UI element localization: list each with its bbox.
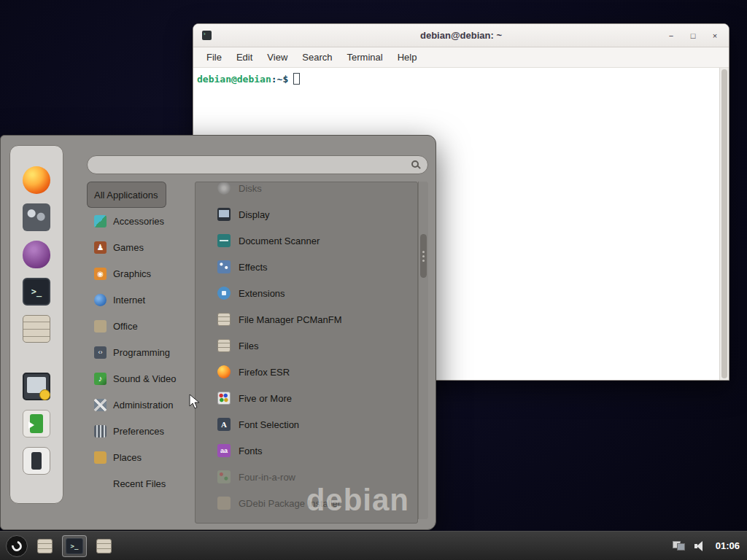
places-icon xyxy=(94,451,107,464)
category-label: Games xyxy=(113,242,144,253)
window-title: debian@debian: ~ xyxy=(193,30,729,41)
category-label: Programming xyxy=(113,347,170,358)
category-label: Graphics xyxy=(113,268,151,279)
category-places[interactable]: Places xyxy=(87,444,150,470)
effects-icon xyxy=(217,260,231,273)
category-games[interactable]: Games xyxy=(87,234,152,260)
volume-icon[interactable] xyxy=(694,541,706,551)
app-four-in-a-row[interactable]: Four-in-a-row xyxy=(196,464,417,490)
terminal-cursor xyxy=(293,73,300,85)
app-label: Extensions xyxy=(239,288,285,299)
scanner-icon xyxy=(217,234,231,247)
terminal-scrollbar[interactable] xyxy=(719,68,729,380)
application-list: Disks Display Document Scanner Effects E… xyxy=(195,182,418,524)
display-icon xyxy=(217,208,231,221)
app-five-or-more[interactable]: Five or More xyxy=(196,385,417,411)
app-font-selection[interactable]: Font Selection xyxy=(196,411,417,438)
favorites-panel xyxy=(9,145,63,504)
category-office[interactable]: Office xyxy=(87,313,147,339)
menu-scrollbar-thumb[interactable] xyxy=(420,234,427,278)
menu-help[interactable]: Help xyxy=(390,49,425,66)
minimize-button[interactable]: − xyxy=(666,31,676,40)
app-display[interactable]: Display xyxy=(196,201,417,228)
network-icon[interactable] xyxy=(673,541,685,551)
menu-scrollbar[interactable] xyxy=(418,182,428,519)
app-extensions[interactable]: Extensions xyxy=(196,280,417,306)
app-disks[interactable]: Disks xyxy=(196,182,417,201)
category-label: Recent Files xyxy=(113,478,166,489)
app-fonts[interactable]: Fonts xyxy=(196,438,417,464)
firefox-icon xyxy=(217,365,231,378)
desktop: debian@debian: ~ − □ × File Edit View Se… xyxy=(0,0,747,560)
favorite-logout-icon[interactable] xyxy=(23,410,50,438)
favorite-users-icon[interactable] xyxy=(23,203,50,231)
menu-file[interactable]: File xyxy=(199,49,229,66)
app-gdebi[interactable]: GDebi Package Installer xyxy=(196,490,417,516)
app-label: Five or More xyxy=(239,393,292,404)
office-icon xyxy=(94,320,107,332)
app-files[interactable]: Files xyxy=(196,332,417,359)
app-label: Effects xyxy=(239,262,268,273)
clock[interactable]: 01:06 xyxy=(716,540,740,551)
programming-icon xyxy=(94,346,107,359)
system-tray: 01:06 xyxy=(673,540,740,551)
extensions-icon xyxy=(217,287,231,300)
menu-edit[interactable]: Edit xyxy=(229,49,260,66)
pcmanfm-icon xyxy=(217,313,231,326)
app-label: Firefox ESR xyxy=(239,367,290,378)
terminal-titlebar[interactable]: debian@debian: ~ − □ × xyxy=(193,24,729,47)
category-all-applications[interactable]: All Applications xyxy=(87,182,166,208)
terminal-icon xyxy=(66,538,83,554)
favorite-shutdown-icon[interactable] xyxy=(23,447,50,475)
category-administration[interactable]: Administration xyxy=(87,392,182,418)
app-document-scanner[interactable]: Document Scanner xyxy=(196,228,417,254)
prompt-user-host: debian@debian xyxy=(197,74,271,85)
category-list: All Applications Accessories Games Graph… xyxy=(87,182,196,497)
files-icon xyxy=(217,339,231,352)
category-preferences[interactable]: Preferences xyxy=(87,418,173,444)
category-label: All Applications xyxy=(94,190,158,201)
administration-icon xyxy=(94,399,107,411)
application-menu: All Applications Accessories Games Graph… xyxy=(0,135,436,530)
taskbar-file-manager-button[interactable] xyxy=(37,539,53,553)
category-graphics[interactable]: Graphics xyxy=(87,260,160,287)
five-or-more-icon xyxy=(217,392,231,405)
taskbar-files-button[interactable] xyxy=(96,539,112,553)
category-sound-video[interactable]: Sound & Video xyxy=(87,365,185,392)
recent-files-icon xyxy=(94,478,107,490)
category-recent-files[interactable]: Recent Files xyxy=(87,470,174,497)
category-label: Preferences xyxy=(113,426,164,437)
favorite-screensaver-icon[interactable] xyxy=(23,373,50,400)
menu-terminal[interactable]: Terminal xyxy=(340,49,390,66)
accessories-icon xyxy=(94,215,107,228)
menu-search-box[interactable] xyxy=(87,155,428,174)
category-accessories[interactable]: Accessories xyxy=(87,208,173,234)
maximize-button[interactable]: □ xyxy=(688,31,698,40)
app-label: GDebi Package Installer xyxy=(239,498,341,509)
favorite-mascot-icon[interactable] xyxy=(23,241,50,268)
close-button[interactable]: × xyxy=(710,31,720,40)
favorite-terminal-icon[interactable] xyxy=(23,278,50,306)
favorite-firefox-icon[interactable] xyxy=(23,166,50,194)
games-icon xyxy=(94,241,107,254)
category-label: Sound & Video xyxy=(113,373,177,384)
menu-search[interactable]: Search xyxy=(295,49,339,66)
app-firefox-esr[interactable]: Firefox ESR xyxy=(196,359,417,385)
app-effects[interactable]: Effects xyxy=(196,254,417,280)
category-internet[interactable]: Internet xyxy=(87,287,154,313)
gdebi-icon xyxy=(217,497,231,510)
favorite-file-manager-icon[interactable] xyxy=(23,315,50,343)
category-label: Internet xyxy=(113,295,145,306)
app-pcmanfm[interactable]: File Manager PCManFM xyxy=(196,306,417,332)
category-label: Office xyxy=(113,321,138,332)
preferences-icon xyxy=(94,425,107,438)
internet-icon xyxy=(94,294,107,306)
menu-search-input[interactable] xyxy=(95,160,406,171)
terminal-scrollbar-thumb[interactable] xyxy=(721,69,727,378)
taskbar-menu-button[interactable] xyxy=(6,535,28,557)
app-label: Document Scanner xyxy=(239,236,320,246)
app-label: Font Selection xyxy=(239,419,299,430)
menu-view[interactable]: View xyxy=(260,49,295,66)
taskbar-terminal-button[interactable] xyxy=(62,535,87,557)
category-programming[interactable]: Programming xyxy=(87,339,179,365)
